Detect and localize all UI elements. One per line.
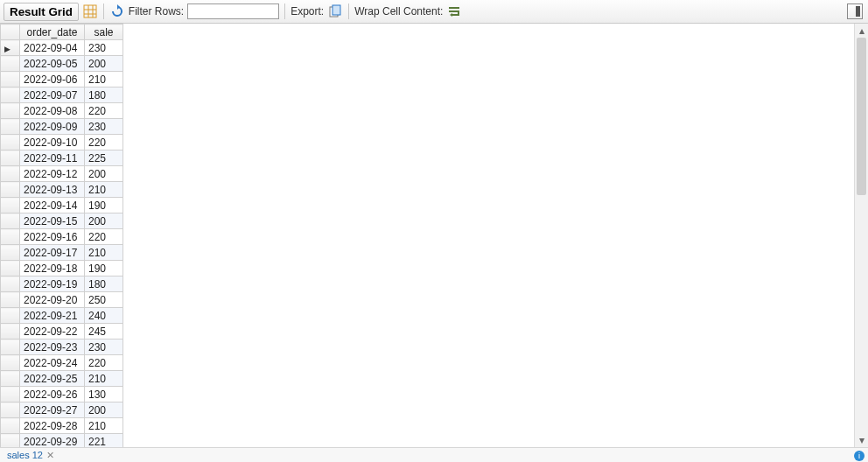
- cell-order-date[interactable]: 2022-09-26: [20, 387, 85, 402]
- row-gutter[interactable]: [1, 166, 20, 182]
- row-gutter[interactable]: [1, 119, 20, 135]
- cell-sale[interactable]: 225: [85, 150, 123, 166]
- cell-order-date[interactable]: 2022-09-29: [20, 434, 85, 448]
- cell-order-date[interactable]: 2022-09-05: [20, 56, 85, 72]
- grid-scroll-region[interactable]: order_date sale 2022-09-042302022-09-052…: [0, 24, 854, 447]
- row-gutter[interactable]: [1, 135, 20, 150]
- cell-sale[interactable]: 240: [85, 308, 123, 324]
- cell-order-date[interactable]: 2022-09-08: [20, 103, 85, 119]
- cell-order-date[interactable]: 2022-09-04: [20, 40, 85, 56]
- row-gutter[interactable]: [1, 308, 20, 324]
- table-row[interactable]: 2022-09-26130: [1, 387, 123, 402]
- cell-order-date[interactable]: 2022-09-09: [20, 119, 85, 135]
- table-row[interactable]: 2022-09-07180: [1, 88, 123, 103]
- table-row[interactable]: 2022-09-24220: [1, 355, 123, 371]
- row-gutter[interactable]: [1, 371, 20, 387]
- cell-order-date[interactable]: 2022-09-19: [20, 276, 85, 292]
- result-tab-active[interactable]: sales 12 ✕: [4, 450, 58, 461]
- cell-order-date[interactable]: 2022-09-25: [20, 371, 85, 387]
- table-row[interactable]: 2022-09-23230: [1, 340, 123, 355]
- table-row[interactable]: 2022-09-19180: [1, 276, 123, 292]
- cell-sale[interactable]: 210: [85, 182, 123, 198]
- cell-sale[interactable]: 210: [85, 418, 123, 434]
- row-gutter[interactable]: [1, 276, 20, 292]
- row-gutter[interactable]: [1, 72, 20, 88]
- cell-sale[interactable]: 230: [85, 340, 123, 355]
- cell-sale[interactable]: 221: [85, 434, 123, 448]
- table-row[interactable]: 2022-09-04230: [1, 40, 123, 56]
- cell-order-date[interactable]: 2022-09-15: [20, 214, 85, 229]
- filter-rows-input[interactable]: [187, 4, 279, 19]
- row-gutter[interactable]: [1, 56, 20, 72]
- row-gutter[interactable]: [1, 245, 20, 261]
- scroll-thumb[interactable]: [857, 38, 866, 195]
- table-row[interactable]: 2022-09-09230: [1, 119, 123, 135]
- table-row[interactable]: 2022-09-10220: [1, 135, 123, 150]
- cell-order-date[interactable]: 2022-09-07: [20, 88, 85, 103]
- grid-view-icon[interactable]: [82, 4, 98, 19]
- row-gutter[interactable]: [1, 182, 20, 198]
- cell-order-date[interactable]: 2022-09-22: [20, 324, 85, 340]
- wrap-cell-icon[interactable]: [446, 4, 462, 19]
- row-gutter[interactable]: [1, 261, 20, 276]
- close-icon[interactable]: ✕: [46, 450, 54, 461]
- cell-sale[interactable]: 220: [85, 135, 123, 150]
- export-icon[interactable]: [327, 4, 343, 19]
- cell-sale[interactable]: 200: [85, 166, 123, 182]
- row-gutter[interactable]: [1, 229, 20, 245]
- info-icon[interactable]: i: [854, 451, 864, 461]
- cell-sale[interactable]: 130: [85, 387, 123, 402]
- cell-sale[interactable]: 250: [85, 292, 123, 308]
- cell-sale[interactable]: 245: [85, 324, 123, 340]
- row-gutter[interactable]: [1, 418, 20, 434]
- cell-order-date[interactable]: 2022-09-06: [20, 72, 85, 88]
- table-row[interactable]: 2022-09-11225: [1, 150, 123, 166]
- row-header-blank[interactable]: [1, 24, 20, 40]
- cell-order-date[interactable]: 2022-09-21: [20, 308, 85, 324]
- table-row[interactable]: 2022-09-21240: [1, 308, 123, 324]
- table-row[interactable]: 2022-09-08220: [1, 103, 123, 119]
- cell-order-date[interactable]: 2022-09-16: [20, 229, 85, 245]
- table-row[interactable]: 2022-09-15200: [1, 214, 123, 229]
- cell-order-date[interactable]: 2022-09-24: [20, 355, 85, 371]
- row-gutter[interactable]: [1, 214, 20, 229]
- row-gutter[interactable]: [1, 150, 20, 166]
- cell-sale[interactable]: 210: [85, 72, 123, 88]
- cell-sale[interactable]: 180: [85, 276, 123, 292]
- column-header-sale[interactable]: sale: [85, 24, 123, 40]
- vertical-scrollbar[interactable]: ▴ ▾: [854, 24, 868, 447]
- cell-sale[interactable]: 230: [85, 119, 123, 135]
- cell-order-date[interactable]: 2022-09-13: [20, 182, 85, 198]
- scroll-down-arrow-icon[interactable]: ▾: [855, 433, 868, 447]
- row-gutter[interactable]: [1, 387, 20, 402]
- cell-sale[interactable]: 190: [85, 261, 123, 276]
- cell-sale[interactable]: 200: [85, 214, 123, 229]
- row-gutter[interactable]: [1, 340, 20, 355]
- row-gutter[interactable]: [1, 355, 20, 371]
- row-gutter[interactable]: [1, 402, 20, 418]
- cell-sale[interactable]: 190: [85, 198, 123, 214]
- cell-sale[interactable]: 210: [85, 371, 123, 387]
- cell-order-date[interactable]: 2022-09-10: [20, 135, 85, 150]
- table-row[interactable]: 2022-09-06210: [1, 72, 123, 88]
- cell-sale[interactable]: 220: [85, 229, 123, 245]
- scroll-up-arrow-icon[interactable]: ▴: [855, 24, 868, 38]
- table-row[interactable]: 2022-09-12200: [1, 166, 123, 182]
- cell-sale[interactable]: 220: [85, 355, 123, 371]
- row-gutter[interactable]: [1, 40, 20, 56]
- table-row[interactable]: 2022-09-28210: [1, 418, 123, 434]
- row-gutter[interactable]: [1, 198, 20, 214]
- row-gutter[interactable]: [1, 88, 20, 103]
- cell-order-date[interactable]: 2022-09-14: [20, 198, 85, 214]
- row-gutter[interactable]: [1, 103, 20, 119]
- row-gutter[interactable]: [1, 324, 20, 340]
- table-row[interactable]: 2022-09-13210: [1, 182, 123, 198]
- table-row[interactable]: 2022-09-05200: [1, 56, 123, 72]
- cell-order-date[interactable]: 2022-09-11: [20, 150, 85, 166]
- cell-order-date[interactable]: 2022-09-17: [20, 245, 85, 261]
- panel-toggle-icon[interactable]: [847, 4, 863, 19]
- cell-order-date[interactable]: 2022-09-18: [20, 261, 85, 276]
- table-row[interactable]: 2022-09-16220: [1, 229, 123, 245]
- table-row[interactable]: 2022-09-29221: [1, 434, 123, 448]
- table-row[interactable]: 2022-09-18190: [1, 261, 123, 276]
